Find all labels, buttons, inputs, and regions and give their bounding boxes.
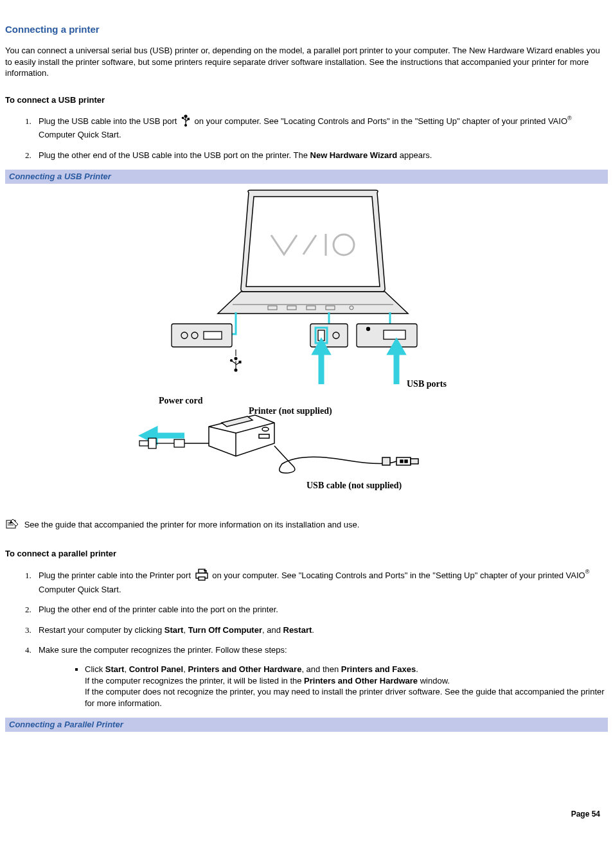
usb-step2-text-a: Plug the other end of the USB cable into… bbox=[39, 150, 310, 160]
parallel-step1-c: Computer Quick Start. bbox=[39, 585, 121, 594]
b-a1: Click bbox=[85, 664, 105, 674]
svg-point-29 bbox=[235, 369, 237, 371]
parallel-step1-a: Plug the printer cable into the Printer … bbox=[39, 571, 193, 580]
usb-figure-caption: Connecting a USB Printer bbox=[5, 170, 608, 184]
parallel-bullets: Click Start, Control Panel, Printers and… bbox=[39, 664, 608, 709]
b-start: Start bbox=[105, 664, 125, 674]
svg-rect-51 bbox=[199, 569, 205, 573]
label-usb-ports: USB ports bbox=[407, 379, 447, 389]
svg-point-4 bbox=[185, 125, 187, 127]
b-line2a: If the computer recognizes the printer, … bbox=[85, 676, 304, 686]
parallel-heading: To connect a parallel printer bbox=[5, 548, 608, 560]
svg-rect-46 bbox=[405, 460, 407, 463]
svg-point-2 bbox=[182, 118, 183, 119]
svg-rect-53 bbox=[199, 577, 205, 580]
parallel-step-1: Plug the printer cable into the Printer … bbox=[33, 568, 608, 595]
p-step3-a: Restart your computer by clicking bbox=[39, 625, 164, 635]
usb-port-icon bbox=[181, 114, 191, 129]
page-title: Connecting a printer bbox=[5, 23, 608, 36]
printer-port-icon bbox=[195, 568, 209, 584]
b-pf: Printers and Faxes bbox=[341, 664, 416, 674]
svg-marker-31 bbox=[391, 343, 402, 352]
svg-rect-3 bbox=[188, 118, 189, 120]
label-usb-cable-ns: USB cable (not supplied) bbox=[306, 481, 402, 491]
usb-step1-text-c: Computer Quick Start. bbox=[39, 130, 121, 139]
svg-point-23 bbox=[367, 327, 370, 330]
svg-rect-43 bbox=[396, 457, 411, 465]
usb-steps-list: Plug the USB cable into the USB port on … bbox=[5, 114, 608, 161]
svg-marker-33 bbox=[316, 343, 326, 352]
svg-rect-16 bbox=[204, 332, 222, 339]
svg-rect-13 bbox=[172, 324, 232, 347]
reg-mark: ® bbox=[567, 115, 572, 121]
svg-rect-45 bbox=[400, 460, 403, 463]
b-cp: Control Panel bbox=[129, 664, 184, 674]
svg-rect-37 bbox=[148, 438, 156, 448]
svg-point-25 bbox=[235, 357, 237, 360]
label-power-cord: Power cord bbox=[159, 396, 203, 405]
usb-figure: USB ports Power cord Printer (not suppli… bbox=[5, 184, 608, 495]
note-row: See the guide that accompanied the print… bbox=[5, 518, 608, 533]
svg-rect-47 bbox=[382, 457, 390, 465]
b-line2bold: Printers and Other Hardware bbox=[304, 676, 418, 686]
b-s4: . bbox=[416, 664, 418, 674]
usb-step2-bold: New Hardware Wizard bbox=[310, 150, 398, 160]
p-step3-s1: , bbox=[183, 625, 188, 635]
svg-point-27 bbox=[231, 359, 233, 361]
usb-step1-text-b: on your computer. See "Locating Controls… bbox=[195, 116, 567, 126]
b-line3: If the computer does not recognize the p… bbox=[85, 687, 605, 708]
b-s3: , and then bbox=[301, 664, 341, 674]
usb-heading: To connect a USB printer bbox=[5, 94, 608, 106]
reg-mark-2: ® bbox=[585, 569, 590, 575]
svg-rect-28 bbox=[239, 361, 241, 363]
parallel-bullet-1: Click Start, Control Panel, Printers and… bbox=[85, 664, 608, 709]
b-line2b: window. bbox=[418, 676, 450, 686]
page-number: Page 54 bbox=[5, 809, 608, 819]
svg-rect-36 bbox=[139, 441, 148, 446]
svg-rect-44 bbox=[411, 459, 418, 464]
usb-step-2: Plug the other end of the USB cable into… bbox=[33, 150, 608, 161]
parallel-figure-caption: Connecting a Parallel Printer bbox=[5, 718, 608, 732]
p-step3-s2: , and bbox=[262, 625, 283, 635]
label-printer-ns: Printer (not supplied) bbox=[249, 406, 332, 416]
p-step3-restart: Restart bbox=[283, 625, 312, 635]
parallel-step-3: Restart your computer by clicking Start,… bbox=[33, 624, 608, 636]
svg-rect-39 bbox=[174, 439, 184, 447]
p-step4-text: Make sure the computer recognizes the pr… bbox=[39, 645, 287, 655]
usb-step1-text-a: Plug the USB cable into the USB port bbox=[39, 116, 179, 126]
intro-paragraph: You can connect a universal serial bus (… bbox=[5, 45, 608, 79]
note-pencil-icon bbox=[5, 518, 19, 533]
parallel-steps-list: Plug the printer cable into the Printer … bbox=[5, 568, 608, 709]
parallel-step1-b: on your computer. See "Locating Controls… bbox=[212, 571, 585, 580]
p-step3-b: . bbox=[312, 625, 314, 635]
parallel-step-2: Plug the other end of the printer cable … bbox=[33, 604, 608, 616]
usb-step2-text-b: appears. bbox=[397, 150, 432, 160]
b-poh: Printers and Other Hardware bbox=[188, 664, 301, 674]
parallel-step-4: Make sure the computer recognizes the pr… bbox=[33, 644, 608, 709]
svg-point-0 bbox=[184, 115, 187, 118]
svg-rect-22 bbox=[384, 330, 405, 339]
p-step3-start: Start bbox=[164, 625, 184, 635]
b-s1: , bbox=[124, 664, 129, 674]
usb-step-1: Plug the USB cable into the USB port on … bbox=[33, 114, 608, 140]
p-step3-turnoff: Turn Off Computer bbox=[188, 625, 262, 635]
note-text: See the guide that accompanied the print… bbox=[24, 520, 360, 529]
